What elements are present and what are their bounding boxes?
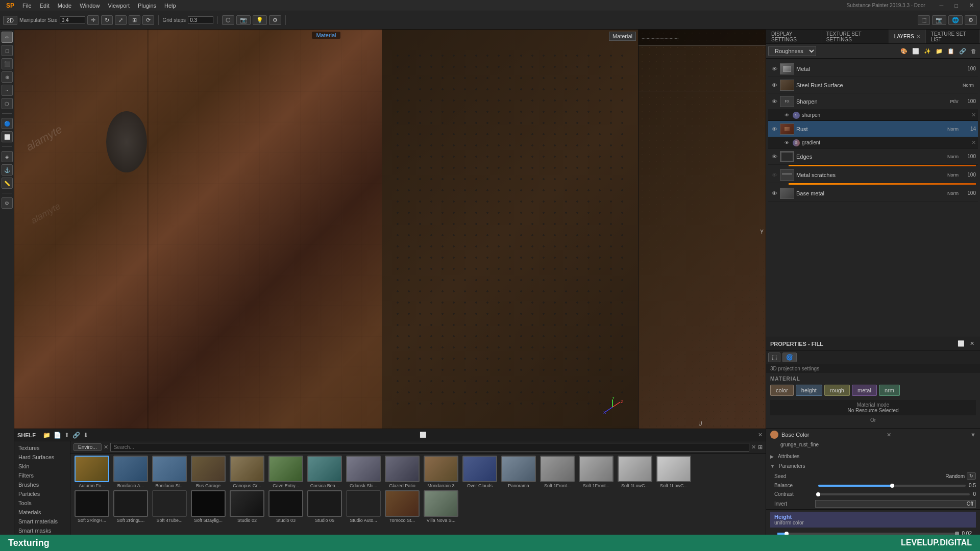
display-btn[interactable]: ⬚ xyxy=(918,15,930,25)
scale-btn[interactable]: ⤢ xyxy=(115,15,127,25)
effect-gradient-close[interactable]: ✕ xyxy=(971,139,976,146)
shelf-item-soft1lc2[interactable]: Soft 1LowC... xyxy=(655,456,692,488)
layer-base-metal-eye[interactable]: 👁 xyxy=(770,190,778,196)
attributes-section[interactable]: ▶ Attributes xyxy=(766,452,980,461)
shelf-maximize-icon[interactable]: ⬜ xyxy=(420,432,427,438)
shelf-link-icon[interactable]: 🔗 xyxy=(72,432,80,439)
shelf-cat-smart-masks[interactable]: Smart masks xyxy=(14,526,70,535)
channel-nrm[interactable]: nrm xyxy=(879,385,900,396)
shelf-search-input[interactable] xyxy=(110,443,749,452)
shelf-item-over[interactable]: Over Clouds xyxy=(461,456,498,488)
menu-edit[interactable]: Edit xyxy=(36,2,54,10)
layer-edges[interactable]: 👁 Edges Norm 100 xyxy=(768,148,978,165)
shelf-thumb-bus[interactable] xyxy=(191,456,226,482)
shelf-thumb-bonifacio-st[interactable] xyxy=(152,456,187,482)
tool-settings[interactable]: ⚙ xyxy=(2,197,13,209)
shelf-thumb-corsica[interactable] xyxy=(307,456,342,482)
shelf-item-soft5daylig[interactable]: Soft 5Daylig... xyxy=(190,490,227,523)
minimize-btn[interactable]: ─ xyxy=(936,2,948,10)
layer-edges-eye[interactable]: 👁 xyxy=(770,154,778,160)
tab-layers-close[interactable]: ✕ xyxy=(916,34,920,39)
shelf-item-tomoco[interactable]: Tomoco St... xyxy=(384,490,421,523)
tool-smudge[interactable]: ~ xyxy=(2,85,13,96)
shelf-item-studio05[interactable]: Studio 05 xyxy=(306,490,343,523)
param-seed-refresh[interactable]: ↻ xyxy=(967,472,976,480)
reset-btn[interactable]: ⟳ xyxy=(142,15,154,25)
effect-sharpen-eye[interactable]: 👁 xyxy=(785,113,793,118)
shelf-thumb-bonifacio-a[interactable] xyxy=(113,456,148,482)
menu-help[interactable]: Help xyxy=(160,2,180,10)
menu-plugins[interactable]: Plugins xyxy=(134,2,160,10)
shelf-item-soft1f[interactable]: Soft 1Front... xyxy=(578,456,615,488)
menu-mode[interactable]: Mode xyxy=(54,2,76,10)
shelf-item-bonifacio-a[interactable]: Bonifacio A... xyxy=(112,456,149,488)
layer-rust-eye[interactable]: 👁 xyxy=(770,126,778,132)
roughness-dropdown[interactable]: Roughness xyxy=(768,46,816,56)
shelf-item-cave[interactable]: Cave Entry... xyxy=(267,456,304,488)
tool-clone[interactable]: ⊕ xyxy=(2,71,13,83)
viewport-2d[interactable]: ............................. Y U xyxy=(638,30,766,429)
param-contrast-slider[interactable] xyxy=(818,493,970,495)
shelf-thumb-glazed[interactable] xyxy=(385,456,420,482)
shelf-search-close[interactable]: ✕ xyxy=(751,444,756,450)
shelf-close-icon[interactable]: ✕ xyxy=(758,432,763,438)
shelf-thumb-over[interactable] xyxy=(462,456,497,482)
base-color-dot[interactable] xyxy=(770,431,778,439)
shelf-item-villa[interactable]: Villa Nova S... xyxy=(423,490,459,523)
shelf-thumb-mon[interactable] xyxy=(424,456,458,482)
shelf-item-mon[interactable]: Mondarrain 3 xyxy=(423,456,459,488)
channel-metal[interactable]: metal xyxy=(852,385,877,396)
layer-sharpen[interactable]: 👁 FX Sharpen Pthr 100 xyxy=(768,93,978,110)
effect-gradient-eye[interactable]: 👁 xyxy=(785,140,793,145)
add-fill-layer-btn[interactable]: ⬜ xyxy=(911,47,921,56)
tool-measure[interactable]: 📏 xyxy=(2,178,13,189)
layer-base-metal[interactable]: 👁 Base metal Norm 100 xyxy=(768,185,978,202)
tool-paint[interactable]: ✏ xyxy=(2,32,13,43)
viewport-3d[interactable]: alamyte alamyte Material Material Z Y xyxy=(14,30,638,429)
layer-rust[interactable]: 👁 Rust Norm 14 xyxy=(768,121,978,137)
properties-tab-projection[interactable]: 🌀 xyxy=(782,353,797,362)
duplicate-btn[interactable]: 📋 xyxy=(946,47,956,56)
link-btn[interactable]: 🔗 xyxy=(958,47,968,56)
rotate-btn[interactable]: ↻ xyxy=(101,15,113,25)
param-invert-value[interactable] xyxy=(815,500,976,508)
base-color-close[interactable]: ✕ xyxy=(887,432,891,438)
shelf-export-icon[interactable]: ⬇ xyxy=(83,432,88,439)
shelf-item-canopus[interactable]: Canopus Gr... xyxy=(229,456,265,488)
channel-height[interactable]: height xyxy=(796,385,822,396)
properties-expand-btn[interactable]: ⬜ xyxy=(956,339,966,348)
tool-fill[interactable]: ⬛ xyxy=(2,58,13,69)
shelf-thumb-soft5daylig[interactable] xyxy=(191,490,226,517)
shelf-item-soft1[interactable]: Soft 1Front... xyxy=(539,456,576,488)
shelf-cat-hard-surfaces[interactable]: Hard Surfaces xyxy=(14,453,70,462)
env-btn[interactable]: 🌐 xyxy=(948,15,963,25)
shelf-thumb-soft2ringh[interactable] xyxy=(75,490,109,517)
tab-display-settings[interactable]: DISPLAY SETTINGS xyxy=(766,30,821,43)
mode-btn[interactable]: 2D xyxy=(3,16,17,25)
shelf-thumb-gdansk[interactable] xyxy=(346,456,381,482)
effect-sharpen-close[interactable]: ✕ xyxy=(971,112,976,118)
shelf-item-studio-auto[interactable]: Studio Auto... xyxy=(345,490,382,523)
shelf-item-bonifacio-st[interactable]: Bonifacio St... xyxy=(151,456,188,488)
shelf-thumb-autumn[interactable] xyxy=(75,456,109,482)
shelf-thumb-pano[interactable] xyxy=(501,456,536,482)
shelf-thumb-soft1f[interactable] xyxy=(579,456,614,482)
shelf-thumb-soft1lc[interactable] xyxy=(618,456,652,482)
shelf-cat-tools[interactable]: Tools xyxy=(14,498,70,508)
layer-steel-rust[interactable]: 👁 Steel Rust Surface Norm xyxy=(768,77,978,93)
view-cam-btn[interactable]: 📷 xyxy=(236,15,251,25)
tool-select[interactable]: ⬡ xyxy=(2,98,13,109)
shelf-cat-materials[interactable]: Materials xyxy=(14,508,70,517)
shelf-new-icon[interactable]: 📄 xyxy=(54,432,61,439)
shelf-cat-filters[interactable]: Filters xyxy=(14,471,70,480)
layer-steel-rust-eye[interactable]: 👁 xyxy=(770,82,778,88)
shelf-thumb-soft2ringl[interactable] xyxy=(113,490,148,517)
manip-value[interactable] xyxy=(60,16,85,24)
base-color-expand[interactable]: ▼ xyxy=(970,432,976,438)
shelf-tab[interactable]: Enviro... xyxy=(74,443,102,451)
tool-3d-paint[interactable]: 🔵 xyxy=(2,118,13,129)
channel-rough[interactable]: rough xyxy=(824,385,850,396)
tab-layers[interactable]: LAYERS ✕ xyxy=(889,30,926,43)
shelf-item-soft4tube[interactable]: Soft 4Tube... xyxy=(151,490,188,523)
shelf-item-studio02[interactable]: Studio 02 xyxy=(229,490,265,523)
